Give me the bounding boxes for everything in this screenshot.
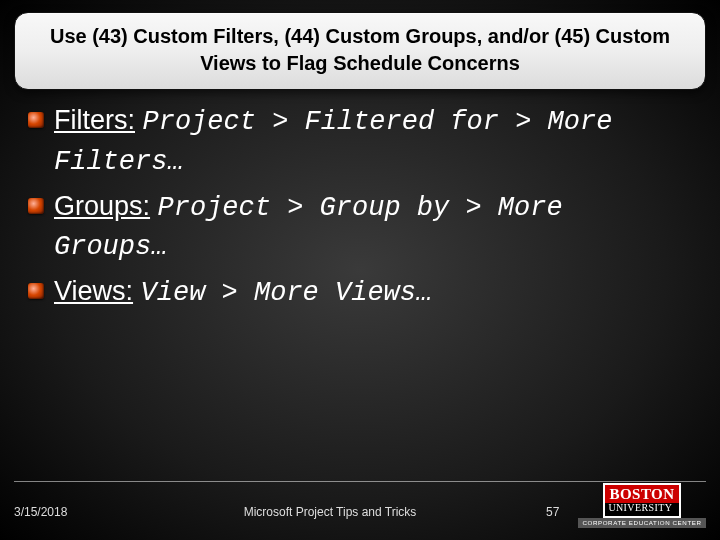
slide: Use (43) Custom Filters, (44) Custom Gro… (0, 0, 720, 540)
bullet-text: Groups: Project > Group by > More Groups… (54, 188, 692, 268)
slide-body: Filters: Project > Filtered for > More F… (14, 90, 706, 313)
logo-bar: CORPORATE EDUCATION CENTER (578, 518, 706, 528)
bullet-text: Views: View > More Views… (54, 273, 432, 313)
logo-line1: BOSTON (605, 485, 678, 504)
item-label: Views: (54, 276, 133, 306)
item-label: Filters: (54, 105, 135, 135)
footer-title: Microsoft Project Tips and Tricks (154, 505, 506, 519)
footer-date: 3/15/2018 (14, 505, 154, 519)
bu-logo: BOSTON UNIVERSITY CORPORATE EDUCATION CE… (578, 483, 706, 528)
bullet-icon (28, 112, 44, 128)
bullet-text: Filters: Project > Filtered for > More F… (54, 102, 692, 182)
item-path: Project > Filtered for > More Filters… (54, 107, 612, 177)
bullet-icon (28, 283, 44, 299)
bullet-icon (28, 198, 44, 214)
bullet-item-groups: Groups: Project > Group by > More Groups… (28, 188, 692, 268)
title-text: Use (43) Custom Filters, (44) Custom Gro… (50, 25, 670, 74)
bullet-item-views: Views: View > More Views… (28, 273, 692, 313)
item-path: View > More Views… (141, 278, 433, 308)
slide-title: Use (43) Custom Filters, (44) Custom Gro… (14, 12, 706, 90)
logo-line2: UNIVERSITY (605, 503, 678, 516)
item-label: Groups: (54, 191, 150, 221)
bullet-item-filters: Filters: Project > Filtered for > More F… (28, 102, 692, 182)
